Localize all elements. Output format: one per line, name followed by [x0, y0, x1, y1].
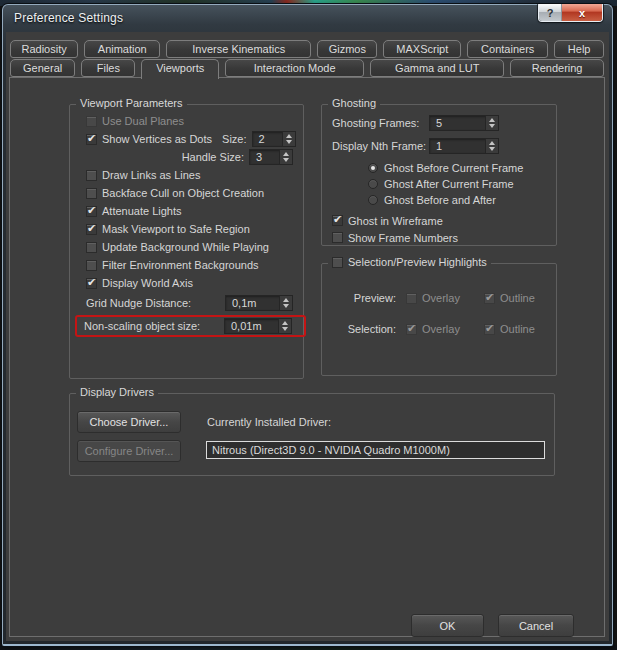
row-update-background: Update Background While Playing — [86, 238, 293, 256]
spinner-up-icon[interactable] — [489, 118, 495, 122]
group-display-drivers: Display Drivers Choose Driver... Configu… — [69, 393, 555, 476]
checkbox-label: Draw Links as Lines — [102, 169, 200, 181]
checkbox-mask-viewport[interactable] — [86, 224, 97, 235]
preview-overlay-option: Overlay — [406, 292, 476, 304]
checkbox-preview-overlay[interactable] — [406, 293, 417, 304]
tab-gizmos[interactable]: Gizmos — [317, 40, 377, 58]
row-mask-viewport: Mask Viewport to Safe Region — [86, 220, 293, 238]
choose-driver-button[interactable]: Choose Driver... — [77, 411, 181, 433]
spinner-down-icon[interactable] — [282, 327, 288, 331]
checkbox-show-vertices-as-dots[interactable] — [86, 134, 97, 145]
viewports-tab-panel: Viewport Parameters Use Dual Planes Show… — [9, 77, 605, 637]
group-title: Selection/Preview Highlights — [348, 256, 487, 268]
row-show-frame-numbers: Show Frame Numbers — [332, 229, 548, 246]
spinner-value[interactable]: 1 — [430, 139, 485, 153]
tab-radiosity[interactable]: Radiosity — [10, 40, 78, 58]
tab-containers[interactable]: Containers — [467, 40, 548, 58]
checkbox-use-dual-planes[interactable] — [86, 116, 97, 127]
checkbox-selection-preview-enable[interactable] — [332, 257, 343, 268]
tab-help[interactable]: Help — [554, 40, 604, 58]
group-title-with-checkbox: Selection/Preview Highlights — [328, 256, 491, 268]
checkbox-draw-links-as-lines[interactable] — [86, 170, 97, 181]
tab-general[interactable]: General — [10, 59, 75, 77]
nonscaling-highlight-box: Non-scaling object size: 0,01m — [75, 315, 306, 337]
currently-installed-driver-label: Currently Installed Driver: — [207, 416, 331, 428]
spinner-down-icon[interactable] — [286, 140, 292, 144]
checkbox-selection-overlay[interactable] — [406, 324, 417, 335]
ghosting-frames-spinner[interactable]: 5 — [429, 115, 499, 131]
radio-row: Ghost After Current Frame — [368, 176, 548, 192]
checkbox-display-world-axis[interactable] — [86, 278, 97, 289]
row-draw-links: Draw Links as Lines — [86, 166, 293, 184]
row-handle-size: Handle Size: 3 — [86, 148, 293, 166]
spinner-arrows[interactable] — [279, 150, 292, 164]
radio-ghost-after-current[interactable] — [368, 179, 378, 189]
non-scaling-label: Non-scaling object size: — [84, 320, 200, 332]
tab-gamma-and-lut[interactable]: Gamma and LUT — [370, 59, 504, 77]
tab-files[interactable]: Files — [81, 59, 135, 77]
spinner-down-icon[interactable] — [283, 158, 289, 162]
checkbox-attenuate-lights[interactable] — [86, 206, 97, 217]
titlebar[interactable]: Preference Settings — [3, 5, 612, 29]
close-button[interactable]: x — [562, 4, 602, 21]
checkbox-backface-cull[interactable] — [86, 188, 97, 199]
checkbox-update-background[interactable] — [86, 242, 97, 253]
row-filter-environment: Filter Environment Backgrounds — [86, 256, 293, 274]
spinner-up-icon[interactable] — [286, 134, 292, 138]
tab-animation[interactable]: Animation — [84, 40, 160, 58]
installed-driver-field[interactable]: Nitrous (Direct3D 9.0 - NVIDIA Quadro M1… — [206, 441, 545, 459]
spinner-value[interactable]: 0,1m — [226, 296, 279, 310]
grid-nudge-label: Grid Nudge Distance: — [86, 297, 191, 309]
checkbox-selection-outline[interactable] — [484, 324, 495, 335]
spinner-arrows[interactable] — [279, 296, 292, 310]
checkbox-label: Backface Cull on Object Creation — [102, 187, 264, 199]
spinner-up-icon[interactable] — [283, 298, 289, 302]
display-nth-frame-spinner[interactable]: 1 — [429, 138, 499, 154]
handle-size-spinner[interactable]: 3 — [249, 149, 293, 165]
cancel-button[interactable]: Cancel — [498, 614, 574, 637]
spinner-arrows[interactable] — [282, 132, 295, 146]
spinner-arrows[interactable] — [278, 319, 291, 333]
checkbox-label: Attenuate Lights — [102, 205, 182, 217]
tab-inverse-kinematics[interactable]: Inverse Kinematics — [166, 40, 311, 58]
non-scaling-spinner[interactable]: 0,01m — [224, 318, 292, 334]
checkbox-ghost-in-wireframe[interactable] — [332, 215, 343, 226]
selection-overlay-option: Overlay — [406, 323, 476, 335]
spinner-up-icon[interactable] — [283, 152, 289, 156]
checkbox-label: Update Background While Playing — [102, 241, 269, 253]
preference-settings-window: Preference Settings ? x Radiosity Animat… — [2, 4, 613, 646]
spinner-value[interactable]: 3 — [250, 150, 279, 164]
spinner-value[interactable]: 2 — [253, 132, 282, 146]
row-display-world-axis: Display World Axis — [86, 274, 293, 292]
spinner-arrows[interactable] — [485, 139, 498, 153]
radio-ghost-before-current[interactable] — [368, 163, 378, 173]
radio-label: Ghost After Current Frame — [384, 178, 514, 190]
spinner-value[interactable]: 0,01m — [225, 319, 278, 333]
checkbox-filter-environment[interactable] — [86, 260, 97, 271]
spinner-arrows[interactable] — [485, 116, 498, 130]
spinner-value[interactable]: 5 — [430, 116, 485, 130]
group-ghosting: Ghosting Ghosting Frames: 5 Display Nth … — [321, 104, 557, 246]
tab-rendering[interactable]: Rendering — [510, 59, 604, 77]
spinner-up-icon[interactable] — [489, 141, 495, 145]
spinner-up-icon[interactable] — [282, 321, 288, 325]
checkbox-preview-outline[interactable] — [484, 293, 495, 304]
tab-viewports[interactable]: Viewports — [141, 59, 218, 79]
ok-button[interactable]: OK — [411, 614, 484, 637]
configure-driver-button[interactable]: Configure Driver... — [77, 440, 181, 462]
tab-maxscript[interactable]: MAXScript — [383, 40, 461, 58]
radio-ghost-before-and-after[interactable] — [368, 195, 378, 205]
tab-interaction-mode[interactable]: Interaction Mode — [225, 59, 364, 77]
grid-nudge-spinner[interactable]: 0,1m — [225, 295, 293, 311]
help-button[interactable]: ? — [539, 4, 562, 21]
spinner-down-icon[interactable] — [283, 304, 289, 308]
checkbox-label: Show Frame Numbers — [348, 232, 458, 244]
size-spinner[interactable]: 2 — [252, 131, 296, 147]
checkbox-show-frame-numbers[interactable] — [332, 232, 343, 243]
row-ghosting-frames: Ghosting Frames: 5 — [332, 114, 548, 132]
preview-outline-option: Outline — [484, 292, 535, 304]
radio-row: Ghost Before and After — [368, 192, 548, 208]
tab-row-1: Radiosity Animation Inverse Kinematics G… — [10, 40, 604, 58]
spinner-down-icon[interactable] — [489, 147, 495, 151]
spinner-down-icon[interactable] — [489, 124, 495, 128]
